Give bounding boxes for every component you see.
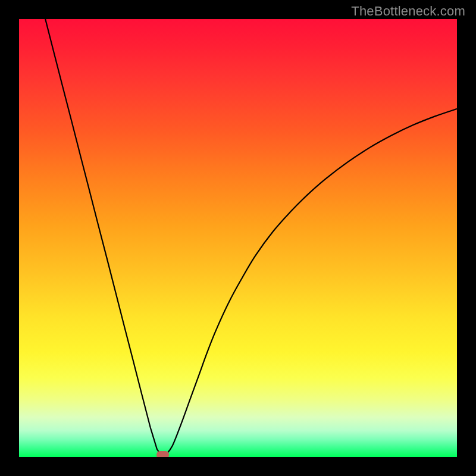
bottleneck-curve bbox=[19, 19, 457, 457]
chart-frame: TheBottleneck.com bbox=[0, 0, 476, 476]
watermark-text: TheBottleneck.com bbox=[351, 4, 465, 19]
plot-area bbox=[19, 19, 457, 457]
optimal-point-marker bbox=[156, 451, 169, 457]
curve-path bbox=[45, 19, 457, 456]
